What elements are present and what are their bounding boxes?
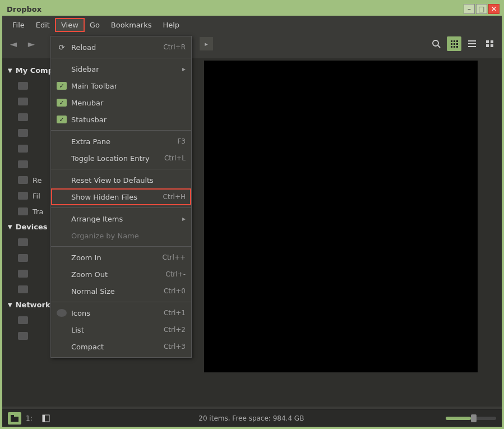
- menu-statusbar[interactable]: Statusbar: [51, 111, 191, 128]
- menu-organize-by-name: Organize by Name: [51, 227, 191, 244]
- search-icon[interactable]: [429, 36, 443, 51]
- chevron-down-icon: ▼: [8, 302, 12, 308]
- chevron-right-icon: ▸: [182, 65, 186, 73]
- folder-icon: [18, 145, 28, 153]
- network-icon: [18, 316, 28, 324]
- menu-main-toolbar[interactable]: Main Toolbar: [51, 77, 191, 94]
- svg-rect-2: [451, 40, 452, 42]
- svg-rect-13: [468, 46, 476, 47]
- back-button[interactable]: ◄: [7, 37, 20, 50]
- folder-icon: [18, 98, 28, 105]
- svg-rect-19: [11, 415, 14, 417]
- menu-bookmarks[interactable]: Bookmarks: [105, 19, 158, 31]
- menu-sidebar[interactable]: Sidebar▸: [51, 61, 191, 77]
- trash-icon: [18, 207, 28, 215]
- folder-icon: [18, 160, 28, 168]
- view-dropdown-menu: ⟳ReloadCtrl+R Sidebar▸ Main Toolbar Menu…: [50, 36, 192, 358]
- menu-menubar[interactable]: Menubar: [51, 94, 191, 111]
- titlebar[interactable]: Dropbox – □ ✕: [2, 2, 502, 16]
- menu-arrange-items[interactable]: Arrange Items▸: [51, 210, 191, 227]
- menu-zoom-in[interactable]: Zoom InCtrl++: [51, 249, 191, 266]
- status-text: 20 items, Free space: 984.4 GB: [57, 414, 446, 422]
- separator: [51, 58, 191, 58]
- svg-rect-17: [491, 44, 493, 47]
- chevron-right-icon: ▸: [182, 215, 186, 223]
- svg-rect-6: [454, 43, 455, 45]
- menu-extra-pane[interactable]: Extra PaneF3: [51, 133, 191, 150]
- separator: [51, 302, 191, 302]
- file-grid-area[interactable]: [204, 61, 478, 372]
- menu-reset-view[interactable]: Reset View to Defaults: [51, 172, 191, 188]
- menu-toggle-location[interactable]: Toggle Location EntryCtrl+L: [51, 150, 191, 167]
- svg-rect-4: [456, 40, 458, 42]
- svg-rect-21: [43, 415, 45, 422]
- menu-show-hidden-files[interactable]: Show Hidden FilesCtrl+H: [51, 188, 191, 205]
- window-title: Dropbox: [4, 5, 463, 13]
- forward-button[interactable]: ►: [25, 37, 38, 50]
- svg-rect-8: [451, 46, 452, 48]
- menu-icons-view[interactable]: IconsCtrl+1: [51, 305, 191, 321]
- separator: [51, 130, 191, 131]
- svg-rect-12: [468, 43, 476, 44]
- compact-view-button[interactable]: [483, 36, 497, 51]
- menu-list-view[interactable]: ListCtrl+2: [51, 321, 191, 338]
- zoom-slider[interactable]: [446, 417, 496, 420]
- checkbox-icon: [57, 82, 67, 90]
- menubar: File Edit View Go Bookmarks Help: [2, 16, 502, 31]
- separator: [51, 246, 191, 247]
- maximize-button[interactable]: □: [476, 4, 487, 14]
- drive-icon: [18, 254, 28, 262]
- folder-icon: [18, 129, 28, 137]
- menu-edit[interactable]: Edit: [30, 19, 56, 31]
- svg-line-1: [438, 45, 440, 48]
- svg-rect-18: [11, 417, 19, 422]
- list-view-button[interactable]: [465, 36, 479, 51]
- separator: [51, 207, 191, 208]
- show-places-icon[interactable]: [8, 412, 21, 425]
- chevron-down-icon: ▼: [8, 224, 12, 230]
- menu-reload[interactable]: ⟳ReloadCtrl+R: [51, 39, 191, 56]
- recent-icon: [18, 176, 28, 184]
- menu-normal-size[interactable]: Normal SizeCtrl+0: [51, 283, 191, 299]
- checkbox-icon: [57, 116, 67, 123]
- checkbox-icon: [57, 99, 67, 107]
- svg-rect-9: [454, 46, 455, 48]
- menu-view[interactable]: View: [56, 19, 84, 31]
- svg-rect-16: [486, 44, 489, 47]
- path-separator-icon[interactable]: ▸: [200, 37, 213, 50]
- disc-icon: [18, 270, 28, 278]
- svg-rect-15: [491, 40, 493, 43]
- network-icon: [18, 332, 28, 340]
- drive-icon: [18, 285, 28, 293]
- minimize-button[interactable]: –: [464, 4, 475, 14]
- svg-rect-5: [451, 43, 452, 45]
- menu-compact-view[interactable]: CompactCtrl+3: [51, 338, 191, 355]
- close-button[interactable]: ✕: [488, 4, 500, 14]
- svg-rect-7: [456, 43, 458, 45]
- svg-rect-11: [468, 40, 476, 41]
- svg-rect-10: [456, 46, 458, 48]
- svg-point-0: [433, 40, 438, 46]
- statusbar: 1: 20 items, Free space: 984.4 GB: [2, 409, 502, 427]
- radio-icon: [57, 309, 67, 317]
- drive-icon: [18, 192, 28, 200]
- icon-view-button[interactable]: [447, 36, 461, 51]
- menu-file[interactable]: File: [7, 19, 30, 31]
- separator: [51, 169, 191, 169]
- svg-rect-14: [486, 40, 489, 43]
- menu-zoom-out[interactable]: Zoom OutCtrl+-: [51, 266, 191, 283]
- svg-rect-3: [454, 40, 455, 42]
- reload-icon: ⟳: [57, 43, 67, 51]
- path-bar-label[interactable]: 1:: [26, 414, 33, 422]
- drive-icon: [18, 238, 28, 246]
- menu-go[interactable]: Go: [84, 19, 105, 31]
- folder-icon: [18, 82, 28, 90]
- sidebar-toggle-icon[interactable]: [39, 412, 53, 425]
- chevron-down-icon: ▼: [8, 67, 12, 73]
- folder-icon: [18, 113, 28, 121]
- menu-help[interactable]: Help: [157, 19, 185, 31]
